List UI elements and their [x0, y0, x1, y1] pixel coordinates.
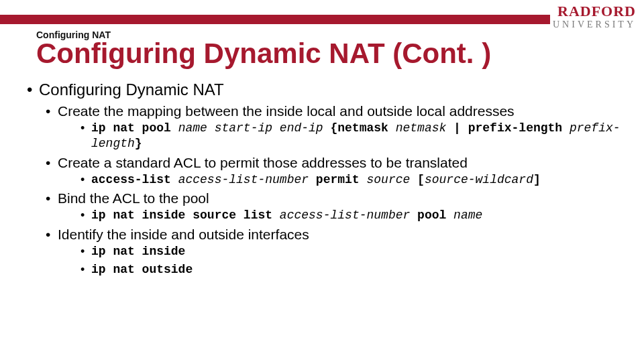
logo-main: RADFORD [553, 4, 636, 19]
code-keyword: ] [533, 173, 541, 186]
accent-bar [0, 15, 550, 24]
bullet-level2: Create a standard ACL to permit those ad… [46, 155, 624, 171]
code-keyword: {netmask [330, 121, 395, 135]
code-keyword: | prefix-length [453, 121, 570, 135]
bullet-level2: Identify the inside and outside interfac… [46, 227, 624, 243]
code-arg: netmask [396, 121, 453, 135]
code-keyword: ip nat pool [91, 121, 178, 135]
code-line: access-list access-list-number permit so… [80, 172, 624, 188]
code-keyword: permit [316, 173, 367, 186]
code-arg: access-list-number [280, 208, 417, 222]
bullet-level1: Configuring Dynamic NAT [27, 80, 624, 99]
code-line: ip nat pool name start-ip end-ip {netmas… [80, 121, 624, 152]
code-keyword: } [135, 137, 142, 150]
code-keyword: pool [417, 208, 453, 222]
code-arg: name start-ip end-ip [178, 121, 331, 135]
code-keyword: [ [417, 173, 425, 186]
slide-title: Configuring Dynamic NAT (Cont. ) [36, 39, 491, 68]
code-keyword: ip nat inside source list [91, 208, 280, 222]
code-keyword: access-list [91, 173, 178, 186]
code-line: ip nat outside [80, 262, 624, 278]
logo-sub: UNIVERSITY [553, 20, 636, 29]
slide-body: Configuring Dynamic NAT Create the mappi… [27, 80, 624, 280]
code-arg: source-wildcard [425, 173, 533, 186]
bullet-level2: Bind the ACL to the pool [46, 190, 624, 206]
slide: RADFORD UNIVERSITY Configuring NAT Confi… [0, 0, 644, 362]
bullet-level2: Create the mapping between the inside lo… [46, 103, 624, 119]
logo: RADFORD UNIVERSITY [553, 4, 636, 29]
code-line: ip nat inside [80, 244, 624, 259]
code-arg: access-list-number [178, 173, 316, 186]
code-line: ip nat inside source list access-list-nu… [80, 208, 624, 223]
code-keyword: ip nat outside [91, 263, 193, 276]
code-arg: source [366, 173, 417, 186]
code-keyword: ip nat inside [91, 245, 185, 258]
code-arg: name [453, 208, 482, 222]
